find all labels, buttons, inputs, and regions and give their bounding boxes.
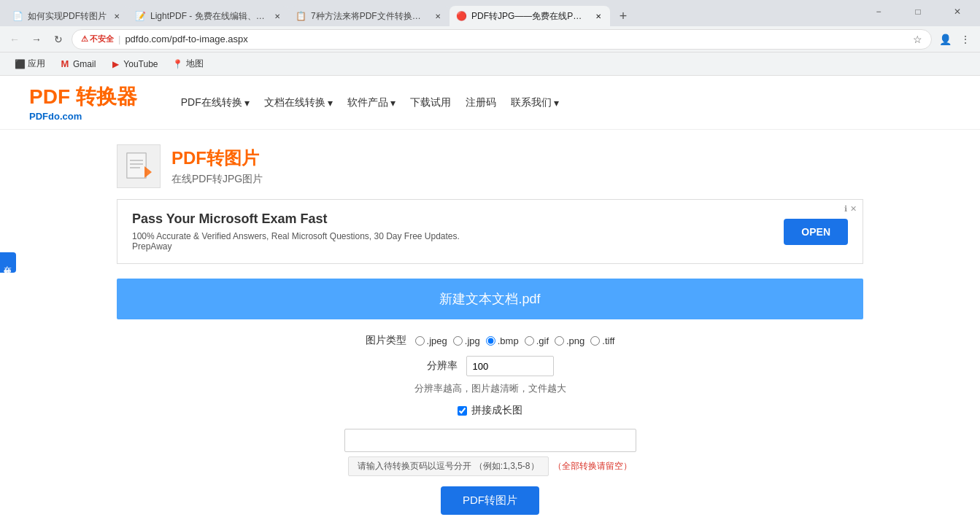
ad-info-icon[interactable]: ℹ	[844, 204, 847, 214]
tab3-label: 7种方法来将PDF文件转换为图片	[311, 10, 428, 23]
tab-4[interactable]: 🔴 PDF转JPG——免费在线PDF转... ✕	[450, 6, 610, 26]
dropdown-arrow-icon: ▾	[554, 97, 559, 109]
format-tiff: .tiff	[590, 335, 614, 346]
bookmark-star-icon[interactable]: ☆	[913, 34, 922, 45]
radio-png[interactable]	[555, 336, 564, 346]
bookmark-apps[interactable]: ⬛ 应用	[9, 55, 51, 73]
site-header: PDF 转换器 PDFdo.com PDF在线转换 ▾ 文档在线转换 ▾ 软件产…	[0, 76, 980, 130]
svg-marker-5	[144, 166, 152, 178]
format-png: .png	[555, 335, 584, 346]
forward-button[interactable]: →	[28, 31, 45, 48]
dropdown-arrow-icon: ▾	[328, 97, 333, 109]
warning-icon: ⚠	[81, 34, 88, 44]
more-options-button[interactable]: ⋮	[957, 31, 974, 48]
format-gif-label: .gif	[536, 335, 549, 346]
url-separator: |	[118, 34, 120, 44]
convert-button[interactable]: PDF转图片	[441, 486, 539, 515]
bookmarks-bar: ⬛ 应用 M Gmail ▶ YouTube 📍 地图	[0, 52, 980, 76]
user-account-button[interactable]: 👤	[936, 31, 954, 48]
tab1-close[interactable]: ✕	[111, 10, 123, 22]
url-right-icons: ☆	[913, 34, 922, 45]
tab4-label: PDF转JPG——免费在线PDF转...	[471, 10, 588, 23]
main-content: PDF转图片 在线PDF转JPG图片 ℹ ✕ Pass Your Microso…	[0, 130, 980, 525]
page-hint: 请输入待转换页码以逗号分开 （例如:1,3,5-8）	[348, 456, 548, 476]
url-text: pdfdo.com/pdf-to-image.aspx	[125, 34, 247, 44]
logo-top[interactable]: PDF 转换器	[29, 83, 137, 111]
dpi-hint: 分辨率越高，图片越清晰，文件越大	[117, 382, 863, 395]
page-hint-red: （全部转换请留空）	[553, 460, 632, 472]
tab4-favicon: 🔴	[455, 10, 467, 22]
dpi-input[interactable]	[466, 356, 554, 376]
close-button[interactable]: ✕	[941, 0, 974, 23]
format-bmp-label: .bmp	[498, 335, 519, 346]
tabs-container: 📄 如何实现PDF转图片 ✕ 📝 LightPDF - 免费在线编辑、转换...…	[6, 0, 862, 26]
tab1-favicon: 📄	[12, 10, 23, 22]
maps-icon: 📍	[173, 59, 183, 69]
tab2-close[interactable]: ✕	[271, 10, 283, 22]
ad-banner-1: ℹ ✕ Pass Your Microsoft Exam Fast 100% A…	[117, 199, 863, 264]
image-type-row: 图片类型 .jpeg .jpg .bmp	[117, 334, 863, 347]
address-bar: ← → ↻ ⚠ 不安全 | pdfdo.com/pdf-to-image.asp…	[0, 26, 980, 52]
combine-checkbox[interactable]	[458, 406, 467, 416]
radio-bmp[interactable]	[486, 336, 495, 346]
ad-close-icon[interactable]: ✕	[850, 204, 857, 214]
bookmark-maps-label: 地图	[186, 58, 204, 70]
combine-label: 拼接成长图	[471, 404, 522, 417]
nav-doc-online[interactable]: 文档在线转换 ▾	[264, 96, 333, 109]
radio-jpg[interactable]	[453, 336, 463, 346]
nav-pdf-online[interactable]: PDF在线转换 ▾	[181, 96, 250, 109]
format-bmp: .bmp	[486, 335, 519, 346]
new-tab-button[interactable]: +	[613, 6, 633, 26]
ad-title-1: Pass Your Microsoft Exam Fast	[132, 211, 468, 227]
maximize-button[interactable]: □	[901, 0, 935, 23]
format-radio-group: .jpeg .jpg .bmp .gif	[415, 335, 615, 346]
bookmark-apps-label: 应用	[28, 58, 45, 70]
nav-register[interactable]: 注册码	[466, 96, 496, 109]
url-bar[interactable]: ⚠ 不安全 | pdfdo.com/pdf-to-image.aspx ☆	[72, 29, 932, 50]
ad-top-right-1: ℹ ✕	[844, 204, 857, 214]
youtube-icon: ▶	[110, 59, 120, 69]
dpi-label: 分辨率	[427, 359, 458, 373]
radio-tiff[interactable]	[590, 336, 600, 346]
format-jpeg: .jpeg	[415, 335, 447, 346]
ad-open-button-1[interactable]: OPEN	[784, 219, 848, 245]
nav-contact[interactable]: 联系我们 ▾	[511, 96, 559, 109]
tab2-favicon: 📝	[134, 10, 146, 22]
tab3-close[interactable]: ✕	[432, 10, 444, 22]
page-input-row	[117, 429, 863, 452]
page-content: PDF 转换器 PDFdo.com PDF在线转换 ▾ 文档在线转换 ▾ 软件产…	[0, 76, 980, 525]
upload-button[interactable]: 新建文本文档.pdf	[117, 279, 863, 319]
tab3-favicon: 📋	[295, 10, 306, 22]
nav-software[interactable]: 软件产品 ▾	[347, 96, 396, 109]
page-title: PDF转图片	[171, 147, 263, 170]
radio-jpeg[interactable]	[415, 336, 425, 346]
page-input-section: 请输入待转换页码以逗号分开 （例如:1,3,5-8） （全部转换请留空）	[117, 429, 863, 476]
nav-download[interactable]: 下载试用	[410, 96, 451, 109]
page-hint-row: 请输入待转换页码以逗号分开 （例如:1,3,5-8） （全部转换请留空）	[117, 456, 863, 476]
bookmark-maps[interactable]: 📍 地图	[167, 55, 209, 73]
page-number-input[interactable]	[344, 429, 636, 452]
refresh-button[interactable]: ↻	[50, 31, 67, 48]
back-button[interactable]: ←	[6, 31, 23, 48]
bookmark-youtube[interactable]: ▶ YouTube	[104, 56, 163, 72]
tab-2[interactable]: 📝 LightPDF - 免费在线编辑、转换... ✕	[128, 6, 289, 26]
svg-rect-1	[127, 153, 146, 178]
bookmark-gmail[interactable]: M Gmail	[54, 56, 101, 72]
tab1-label: 如何实现PDF转图片	[28, 10, 107, 23]
bookmark-youtube-label: YouTube	[123, 59, 158, 69]
format-jpg-label: .jpg	[465, 335, 480, 346]
dropdown-arrow-icon: ▾	[244, 97, 250, 109]
page-subtitle: 在线PDF转JPG图片	[171, 173, 263, 186]
format-jpg: .jpg	[453, 335, 480, 346]
nav-menu: PDF在线转换 ▾ 文档在线转换 ▾ 软件产品 ▾ 下载试用 注册码 联系我们 …	[181, 96, 559, 109]
tab-3[interactable]: 📋 7种方法来将PDF文件转换为图片 ✕	[289, 6, 450, 26]
logo-area: PDF 转换器 PDFdo.com	[29, 83, 137, 122]
format-jpeg-label: .jpeg	[427, 335, 447, 346]
tab-1[interactable]: 📄 如何实现PDF转图片 ✕	[6, 6, 128, 26]
sidebar-chat[interactable]: 在线客服	[0, 252, 16, 273]
ad-content-1: Pass Your Microsoft Exam Fast 100% Accur…	[132, 211, 468, 252]
minimize-button[interactable]: −	[862, 0, 895, 23]
radio-gif[interactable]	[525, 336, 534, 346]
tab4-close[interactable]: ✕	[593, 10, 604, 22]
page-icon	[117, 144, 161, 188]
